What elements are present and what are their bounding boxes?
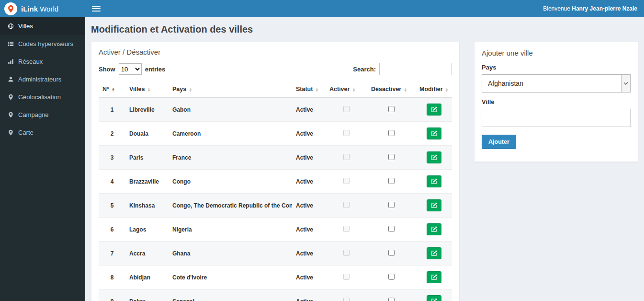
edit-icon xyxy=(431,250,437,256)
desactiver-checkbox[interactable] xyxy=(388,178,395,184)
desactiver-checkbox[interactable] xyxy=(388,106,395,112)
app-logo xyxy=(4,2,17,15)
sort-icon: ▲▼ xyxy=(445,87,449,92)
column-header-activer[interactable]: Activer▲▼ xyxy=(326,81,367,98)
cell-statut: Active xyxy=(292,98,326,122)
ville-input[interactable] xyxy=(482,109,631,127)
sidebar-item-carte[interactable]: Carte xyxy=(0,124,85,141)
page-length-control: Show10entries xyxy=(99,63,165,75)
sidebar-item-label: Codes hyperviseurs xyxy=(18,40,73,47)
desactiver-checkbox[interactable] xyxy=(388,298,395,301)
desactiver-checkbox[interactable] xyxy=(388,250,395,256)
sidebar-item-label: Réseaux xyxy=(18,58,43,65)
ville-label: Ville xyxy=(482,98,631,105)
column-header-n[interactable]: N°▲▼ xyxy=(99,81,125,98)
cell-pays: Congo xyxy=(169,170,292,194)
search-label: Search: xyxy=(353,66,376,73)
cell-statut: Active xyxy=(292,218,326,242)
desactiver-checkbox[interactable] xyxy=(388,226,395,232)
modifier-button[interactable] xyxy=(427,271,441,283)
cell-pays: France xyxy=(169,146,292,170)
map-marker-icon xyxy=(7,112,14,118)
sidebar-item-label: Villes xyxy=(18,23,33,30)
bar-chart-icon xyxy=(7,58,14,65)
column-label: Modifier xyxy=(419,86,443,93)
cell-activer xyxy=(326,146,367,170)
cell-desactiver xyxy=(367,194,416,218)
modifier-button[interactable] xyxy=(427,295,441,301)
desactiver-checkbox[interactable] xyxy=(388,154,395,160)
column-header-modifier[interactable]: Modifier▲▼ xyxy=(416,81,452,98)
cell-statut: Active xyxy=(292,194,326,218)
sidebar-item-codes-hyperviseurs[interactable]: Codes hyperviseurs xyxy=(0,35,85,53)
cell-desactiver xyxy=(367,218,416,242)
sort-icon: ▲▼ xyxy=(352,87,355,92)
cell-modifier xyxy=(416,218,452,242)
page-length-select[interactable]: 10 xyxy=(119,63,142,75)
desactiver-checkbox[interactable] xyxy=(388,274,395,280)
sidebar-menu: Villes Codes hyperviseurs Réseaux Admini… xyxy=(0,17,85,301)
cell-numero: 6 xyxy=(99,218,125,242)
desactiver-checkbox[interactable] xyxy=(388,202,395,208)
cell-ville: Kinshasa xyxy=(125,194,169,218)
column-header-pays[interactable]: Pays▲▼ xyxy=(169,81,292,98)
search-input[interactable] xyxy=(379,63,452,75)
modifier-button[interactable] xyxy=(427,104,441,116)
cell-desactiver xyxy=(367,146,416,170)
modifier-button[interactable] xyxy=(427,223,441,235)
pays-select[interactable]: Afghanistan xyxy=(482,74,631,93)
column-header-villes[interactable]: Villes▲▼ xyxy=(125,81,169,98)
modifier-button[interactable] xyxy=(427,199,441,211)
cell-activer xyxy=(326,289,367,301)
cell-modifier xyxy=(416,266,452,289)
ajouter-button[interactable]: Ajouter xyxy=(482,135,516,149)
edit-icon xyxy=(431,274,437,280)
desactiver-checkbox[interactable] xyxy=(388,130,395,136)
modifier-button[interactable] xyxy=(427,127,441,139)
column-header-statut[interactable]: Statut▲▼ xyxy=(292,81,326,98)
edit-icon xyxy=(431,178,437,185)
app-brand[interactable]: iLink World xyxy=(0,0,85,17)
cell-numero: 3 xyxy=(99,146,125,170)
table-row: 7 Accra Ghana Active xyxy=(99,242,452,266)
column-header-d-sactiver[interactable]: Désactiver▲▼ xyxy=(367,81,416,98)
cell-activer xyxy=(326,242,367,266)
cell-modifier xyxy=(416,98,452,122)
modifier-button[interactable] xyxy=(427,175,441,187)
map-pin-icon xyxy=(7,5,15,13)
table-row: 3 Paris France Active xyxy=(99,146,452,170)
cell-numero: 2 xyxy=(99,122,125,146)
villes-table: N°▲▼Villes▲▼Pays▲▼Statut▲▼Activer▲▼Désac… xyxy=(99,81,452,301)
sidebar-item-villes[interactable]: Villes xyxy=(0,17,85,35)
sidebar-item-r-seaux[interactable]: Réseaux xyxy=(0,53,85,70)
cell-numero: 4 xyxy=(99,170,125,194)
cell-numero: 5 xyxy=(99,194,125,218)
table-row: 1 Libreville Gabon Active xyxy=(99,98,452,122)
sort-icon: ▲▼ xyxy=(404,87,407,92)
cell-activer xyxy=(326,194,367,218)
modifier-button[interactable] xyxy=(427,247,441,259)
hamburger-menu-icon[interactable] xyxy=(92,6,101,12)
top-navbar: iLink World Bienvenue Hanry Jean-pierre … xyxy=(0,0,644,17)
modifier-button[interactable] xyxy=(427,151,441,163)
sidebar-item-campagne[interactable]: Campagne xyxy=(0,106,85,124)
app-title: iLink World xyxy=(21,5,58,13)
cell-activer xyxy=(326,170,367,194)
pays-label: Pays xyxy=(482,64,631,71)
cell-statut: Active xyxy=(292,266,326,289)
cell-ville: Abidjan xyxy=(125,266,169,289)
sidebar-item-g-olocalisation[interactable]: Géolocalisation xyxy=(0,88,85,106)
activer-checkbox xyxy=(343,274,350,280)
cell-desactiver xyxy=(367,242,416,266)
cell-modifier xyxy=(416,289,452,301)
cell-modifier xyxy=(416,170,452,194)
cell-pays: Senegal xyxy=(169,289,292,301)
cell-pays: Ghana xyxy=(169,242,292,266)
sidebar-item-administrateurs[interactable]: Administrateurs xyxy=(0,70,85,88)
list-icon xyxy=(7,41,14,47)
cell-ville: Lagos xyxy=(125,218,169,242)
table-row: 4 Brazzaville Congo Active xyxy=(99,170,452,194)
sort-icon: ▲▼ xyxy=(189,87,192,92)
cell-activer xyxy=(326,218,367,242)
column-label: Statut xyxy=(296,86,313,93)
